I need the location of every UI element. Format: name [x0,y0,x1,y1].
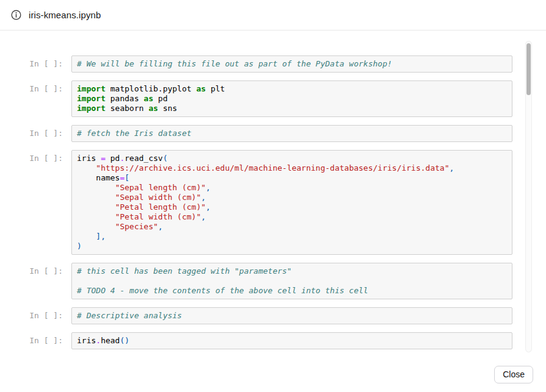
cell-input: # fetch the Iris dataset [71,125,512,142]
cell-input: iris.head() [71,332,512,349]
modal-footer: Close [0,357,546,392]
cell-input: iris = pd.read_csv( "https://archive.ics… [71,150,512,255]
cell-prompt: In [ ]: [7,150,71,163]
file-preview-modal: iris-kmeans.ipynb In [ ]:# We will be fi… [0,0,546,392]
notebook-cells: In [ ]:# We will be filling this file ou… [0,30,546,357]
cell-prompt: In [ ]: [7,55,71,69]
scrollbar[interactable] [525,41,532,352]
cell-prompt: In [ ]: [7,263,71,276]
file-title: iris-kmeans.ipynb [29,10,101,20]
notebook-cell: In [ ]:iris = pd.read_csv( "https://arch… [7,150,546,255]
notebook-cell: In [ ]:iris.head() [7,332,546,349]
cell-prompt: In [ ]: [7,307,71,321]
cell-input: import matplotlib.pyplot as pltimport pa… [71,80,512,117]
scrollbar-thumb[interactable] [526,43,531,95]
notebook-cell: In [ ]:# We will be filling this file ou… [7,55,546,73]
cell-prompt: In [ ]: [7,332,71,346]
cell-prompt: In [ ]: [7,125,71,138]
notebook-cell: In [ ]:# this cell has been tagged with … [7,263,546,299]
notebook-cell: In [ ]:# fetch the Iris dataset [7,125,546,142]
notebook-preview[interactable]: In [ ]:# We will be filling this file ou… [0,30,546,357]
modal-header: iris-kmeans.ipynb [0,0,546,30]
close-button[interactable]: Close [494,366,533,383]
cell-input: # this cell has been tagged with "parame… [71,263,512,299]
cell-prompt: In [ ]: [7,80,71,94]
cell-input: # Descriptive analysis [71,307,512,324]
cell-input: # We will be filling this file out as pa… [71,55,512,73]
notebook-cell: In [ ]:# Descriptive analysis [7,307,546,324]
notebook-cell: In [ ]:import matplotlib.pyplot as pltim… [7,80,546,117]
info-icon [11,10,21,20]
